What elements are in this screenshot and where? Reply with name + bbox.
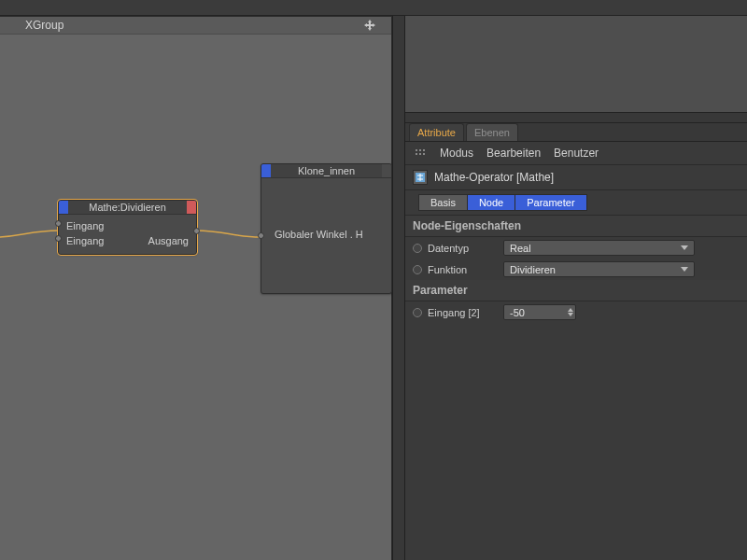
row-eingang2: Eingang [2] -50 <box>405 301 747 323</box>
port-label: Globaler Winkel . H <box>275 229 363 240</box>
node-body: Globaler Winkel . H <box>261 178 391 292</box>
attribute-manager: Attribute Ebenen Modus Bearbeiten Benutz… <box>405 123 747 323</box>
connection-wires <box>0 35 392 557</box>
horizontal-splitter[interactable] <box>405 113 747 123</box>
dropdown-funktion[interactable]: Dividieren <box>503 261 695 277</box>
row-funktion: Funktion Dividieren <box>405 259 747 280</box>
node-editor-pane: XGroup Mathe:Dividieren <box>0 16 392 560</box>
menu-bearbeiten[interactable]: Bearbeiten <box>486 147 541 160</box>
dropdown-datentyp[interactable]: Real <box>503 240 695 256</box>
radio-icon[interactable] <box>413 265 422 274</box>
object-name: Mathe-Operator [Mathe] <box>434 171 554 184</box>
tab-attribute[interactable]: Attribute <box>409 123 464 141</box>
attr-tabs: Attribute Ebenen <box>405 123 747 142</box>
node-input-stripe <box>261 164 271 177</box>
group-title: XGroup <box>25 19 63 32</box>
subtab-row: Basis Node Parameter <box>405 190 747 216</box>
chevron-down-icon <box>681 245 688 250</box>
tab-ebenen[interactable]: Ebenen <box>466 123 518 141</box>
window-top-stripe <box>0 0 747 16</box>
subtab-basis[interactable]: Basis <box>418 194 468 211</box>
node-input-stripe <box>59 201 68 214</box>
port-label-in2: Eingang <box>66 235 104 246</box>
spinbox-eingang2[interactable]: -50 <box>503 304 576 320</box>
label-eingang2: Eingang [2] <box>428 307 498 318</box>
node-titlebar[interactable]: Mathe:Dividieren <box>59 201 196 215</box>
chevron-down-icon <box>681 267 688 272</box>
menu-benutzer[interactable]: Benutzer <box>554 147 599 160</box>
node-body: Eingang Eingang Ausgang <box>59 215 196 254</box>
node-canvas[interactable]: Mathe:Dividieren Eingang Eingang Ausgang… <box>0 35 391 560</box>
menu-modus[interactable]: Modus <box>440 147 473 160</box>
section-node-props: Node-Eigenschaften <box>405 216 747 237</box>
port-out[interactable] <box>193 228 200 234</box>
row-datentyp: Datentyp Real <box>405 237 747 259</box>
node-output-stripe <box>382 164 391 177</box>
node-output-stripe <box>187 201 196 214</box>
section-parameter: Parameter <box>405 280 747 301</box>
dropdown-value: Dividieren <box>510 264 556 275</box>
port-in[interactable] <box>258 232 264 239</box>
node-titlebar[interactable]: Klone_innen <box>261 164 391 178</box>
vertical-splitter[interactable] <box>392 16 405 560</box>
subtab-node[interactable]: Node <box>468 194 515 211</box>
group-color-chip[interactable] <box>378 20 388 32</box>
port-label-in1: Eingang <box>66 218 189 233</box>
move-icon[interactable] <box>363 19 376 32</box>
group-header[interactable]: XGroup <box>0 17 391 35</box>
spinbox-value: -50 <box>510 307 525 318</box>
port-in-2[interactable] <box>55 235 62 242</box>
label-datentyp: Datentyp <box>428 243 498 254</box>
node-title: Mathe:Dividieren <box>68 201 187 214</box>
node-title: Klone_innen <box>271 164 382 177</box>
node-klone-innen[interactable]: Klone_innen Globaler Winkel . H <box>261 163 392 294</box>
right-region: Attribute Ebenen Modus Bearbeiten Benutz… <box>405 16 747 560</box>
attr-menu-bar: Modus Bearbeiten Benutzer <box>405 142 747 165</box>
object-row: Mathe-Operator [Mathe] <box>405 165 747 190</box>
upper-viewport[interactable] <box>405 16 747 113</box>
math-operator-icon <box>413 170 428 185</box>
node-math-divide[interactable]: Mathe:Dividieren Eingang Eingang Ausgang <box>58 200 197 255</box>
radio-icon[interactable] <box>413 244 422 253</box>
group-header-icons <box>363 19 388 32</box>
port-in-1[interactable] <box>55 220 62 227</box>
spinner-arrows-icon[interactable] <box>568 308 573 316</box>
subtab-parameter[interactable]: Parameter <box>515 194 586 211</box>
grip-icon[interactable] <box>415 148 427 157</box>
label-funktion: Funktion <box>428 264 498 275</box>
radio-icon[interactable] <box>413 308 422 317</box>
dropdown-value: Real <box>510 243 531 254</box>
port-label-out: Ausgang <box>148 235 189 246</box>
